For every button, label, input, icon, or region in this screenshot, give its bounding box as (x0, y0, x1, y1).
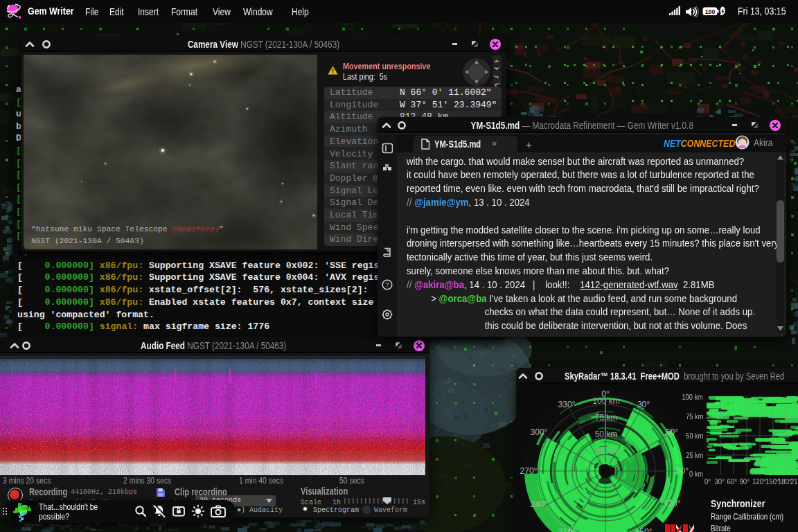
svg-text:330°: 330° (558, 400, 576, 409)
svg-text:30°: 30° (637, 400, 650, 409)
svg-text:100 km: 100 km (592, 396, 619, 406)
svg-text:240°: 240° (531, 499, 548, 509)
svg-text:210°: 210° (558, 527, 576, 532)
svg-text:75 km: 75 km (595, 413, 618, 423)
svg-text:150°: 150° (635, 527, 653, 532)
svg-text:100: 100 (705, 8, 716, 15)
svg-text:?: ? (385, 281, 389, 288)
svg-text:50 km: 50 km (595, 429, 618, 439)
svg-text:120°: 120° (664, 499, 681, 508)
svg-text:300°: 300° (531, 427, 548, 437)
svg-text:25 km: 25 km (595, 446, 618, 456)
svg-text:270°: 270° (520, 466, 538, 476)
